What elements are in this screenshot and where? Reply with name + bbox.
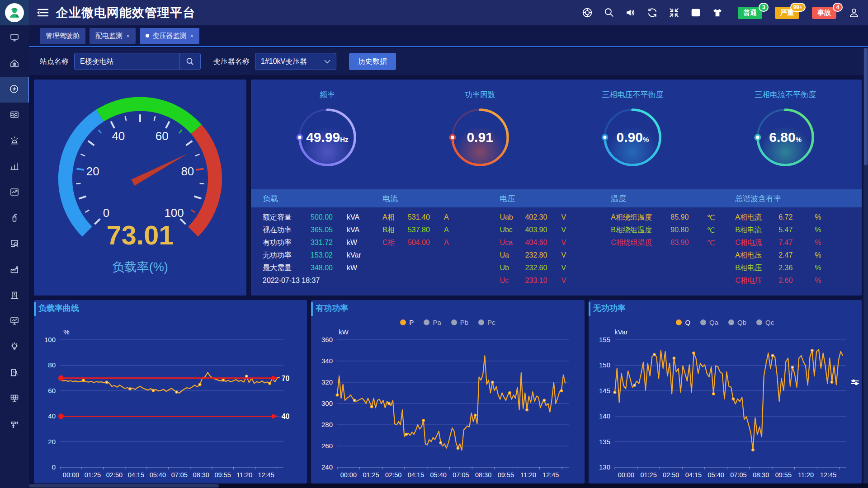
bulb-icon [9,342,19,353]
table-col-1: A相531.40AB相537.80AC相504.00A [376,207,495,296]
svg-text:00:00: 00:00 [63,471,79,479]
help-lifebuoy-icon[interactable] [581,7,593,19]
svg-text:130: 130 [599,463,610,471]
legend-item-Qb[interactable]: Qb [728,319,746,326]
refresh-icon[interactable] [646,7,658,19]
monitor-chart-icon [9,316,19,328]
sidebar-item-solar-panel[interactable] [0,386,29,412]
sidebar-item-fire-extinguisher[interactable] [0,206,29,231]
cell-value: 6.72 [778,213,808,221]
table-col-header-2: 电压 [495,193,608,204]
building-icon [9,290,19,302]
tab-1[interactable]: 配电监测× [90,28,136,44]
user-icon[interactable] [848,7,860,19]
sidebar-item-energy-lightning[interactable] [0,77,29,103]
cell-value: 348.00 [311,264,340,272]
svg-text:150: 150 [599,361,610,369]
sidebar-item-bar-chart[interactable] [0,154,29,180]
svg-text:02:50: 02:50 [385,471,401,479]
alarm-badge-0[interactable]: 普通3 [738,7,762,19]
svg-text:08:30: 08:30 [193,471,209,479]
legend-item-Pc[interactable]: Pc [478,319,495,326]
site-name-label: 站点名称 [40,57,69,66]
volume-icon[interactable] [625,7,637,19]
search-icon[interactable] [603,7,615,19]
site-search-button[interactable] [179,53,200,70]
svg-text:A: A [692,9,696,16]
alarm-badge-2[interactable]: 事故4 [812,7,836,19]
site-search-input[interactable] [75,53,179,70]
wave-chart-icon [9,110,19,122]
svg-text:01:25: 01:25 [85,471,101,479]
svg-text:kVar: kVar [614,328,628,336]
cell-unit: kVA [347,213,359,221]
svg-text:08:30: 08:30 [753,471,769,479]
tab-close-icon[interactable]: × [126,33,130,39]
table-row: Uca404.60V [500,236,608,249]
sidebar-item-building[interactable] [0,283,29,309]
kpi-title: 三相电压不平衡度 [602,89,663,100]
svg-text:00:00: 00:00 [618,471,634,479]
menu-fold-icon[interactable] [37,8,49,18]
cell-label: B相电流 [735,225,772,235]
table-row: Uc233.10V [500,274,608,287]
theme-skin-icon[interactable] [712,7,723,19]
cell-unit: V [561,251,566,259]
reactive-power-panel: 无功功率 QQaQbQc 130135140145150155kVar00:00… [589,300,862,483]
chart-legend [34,316,307,328]
tab-close-icon[interactable]: × [190,33,194,39]
svg-text:60: 60 [156,130,169,142]
svg-text:04:15: 04:15 [408,471,424,479]
gauge-value: 73.01 [107,220,174,250]
sidebar-item-inspect-card[interactable] [0,231,29,257]
sidebar-item-monitor-chart[interactable] [0,309,29,334]
cell-label: Ubc [500,226,519,234]
alarm-badge-1[interactable]: 严重99+ [775,7,799,19]
svg-text:40: 40 [48,412,56,420]
cell-unit: V [561,264,566,272]
sidebar-item-home-globe[interactable] [0,51,29,77]
load-rate-gauge: 02040608010073.01负载率(%) [41,90,240,285]
sidebar-item-trend-chart[interactable] [0,180,29,206]
sidebar-item-pipe-valve[interactable] [0,412,29,437]
cell-value: 402.30 [525,213,555,221]
legend-item-Q[interactable]: Q [676,319,690,326]
cell-unit: ℃ [707,213,715,222]
svg-text:文: 文 [696,9,700,13]
svg-text:240: 240 [321,463,333,471]
legend-item-Pa[interactable]: Pa [424,319,441,326]
chart-settings-icon[interactable] [850,377,860,389]
svg-text:11:20: 11:20 [520,471,536,479]
legend-item-Qc[interactable]: Qc [756,319,774,326]
history-data-button[interactable]: 历史数据 [349,53,396,70]
sidebar-item-alarm-siren[interactable] [0,128,29,154]
cell-value: 403.90 [525,226,555,234]
sidebar-item-screen[interactable] [0,25,29,51]
table-col-header-0: 负载 [251,193,376,204]
chart-legend: QQaQbQc [589,316,862,328]
horizontal-scrollbar[interactable] [29,483,868,488]
tab-2[interactable]: 变压器监测× [140,28,200,44]
translate-icon[interactable]: A文 [690,7,702,19]
svg-text:40: 40 [282,413,290,420]
legend-item-Pb[interactable]: Pb [451,319,468,326]
home-globe-icon [9,58,19,70]
sidebar-item-ev-charger[interactable] [0,360,29,386]
site-search-box [74,53,201,70]
legend-item-P[interactable]: P [400,319,414,326]
cell-value: 331.72 [311,239,340,247]
tab-0[interactable]: 管理驾驶舱 [40,28,85,44]
transformer-select[interactable]: 1#10kV变压器 [255,53,336,70]
sidebar-item-factory[interactable] [0,257,29,283]
table-col-2: Uab402.30VUbc403.90VUca404.60VUa232.80VU… [495,207,608,296]
vertical-scrollbar[interactable] [863,48,868,483]
exit-fullscreen-icon[interactable] [668,7,680,19]
legend-item-Qa[interactable]: Qa [700,319,718,326]
sidebar-item-wave-chart[interactable] [0,103,29,128]
kpi-title: 功率因数 [465,89,495,100]
kpi-ring: 49.99Hz [293,103,361,171]
svg-text:340: 340 [321,357,333,365]
avatar[interactable] [5,3,24,22]
sidebar-item-bulb[interactable] [0,334,29,360]
tab-label: 管理驾驶舱 [46,32,80,40]
